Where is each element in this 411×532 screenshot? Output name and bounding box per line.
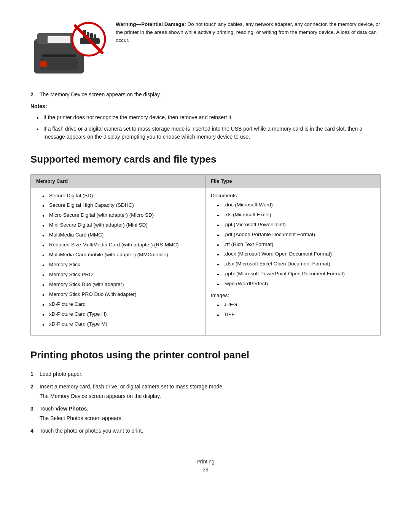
notes-title: Notes: — [30, 102, 381, 110]
step-2-text: The Memory Device screen appears on the … — [40, 91, 161, 99]
col1-header: Memory Card — [31, 175, 206, 188]
memory-card-8: Memory Stick PRO — [42, 271, 200, 279]
file-type-0: .doc (Microsoft Word) — [217, 201, 375, 209]
page-footer: Printing 39 — [30, 458, 381, 474]
notes-section: Notes: If the printer does not recognize… — [30, 102, 381, 141]
table-body: Secure Digital (SD) Secure Digital High … — [31, 188, 380, 335]
section1-heading: Supported memory cards and file types — [30, 152, 381, 167]
documents-label: Documents: — [211, 192, 375, 200]
images-label: Images: — [211, 292, 375, 299]
memory-card-9: Memory Stick Duo (with adapter) — [42, 281, 200, 289]
footer-label: Printing — [30, 458, 381, 466]
memory-cards-list: Secure Digital (SD) Secure Digital High … — [36, 192, 200, 328]
print-step-2-text: Insert a memory card, flash drive, or di… — [40, 383, 224, 391]
print-step-number-3: 3 — [30, 405, 37, 413]
memory-cards-col: Secure Digital (SD) Secure Digital High … — [31, 188, 206, 335]
file-type-8: .wpd (WordPerfect) — [217, 280, 375, 288]
image-type-0: JPEG — [217, 301, 375, 309]
warning-image — [30, 19, 107, 80]
note-item-2: If a flash drive or a digital camera set… — [37, 125, 381, 141]
table-header: Memory Card File Type — [31, 175, 380, 188]
image-types-list: JPEG TIFF — [211, 301, 375, 319]
printer-no-touch-illustration — [30, 20, 107, 79]
page-number: 39 — [30, 466, 381, 474]
print-step-3: 3 Touch View Photos. — [30, 405, 381, 413]
memory-card-12: xD-Picture Card (Type H) — [42, 310, 200, 318]
file-type-6: .xlsx (Microsoft Excel Open Document For… — [217, 260, 375, 268]
file-types-list: .doc (Microsoft Word) .xls (Microsoft Ex… — [211, 201, 375, 288]
memory-card-13: xD-Picture Card (Type M) — [42, 320, 200, 328]
file-type-7: .pptx (Microsoft PowerPoint Open Documen… — [217, 270, 375, 278]
file-type-5: .docx (Microsoft Word Open Document Form… — [217, 250, 375, 258]
memory-card-10: Memory Stick PRO Duo (with adapter) — [42, 291, 200, 299]
step-number-2: 2 — [30, 91, 37, 99]
col2-header: File Type — [206, 175, 380, 188]
memory-card-7: Memory Stick — [42, 261, 200, 269]
image-type-1: TIFF — [217, 311, 375, 319]
section2-heading: Printing photos using the printer contro… — [30, 348, 381, 363]
svg-rect-5 — [48, 36, 70, 43]
note-item-1: If the printer does not recognize the me… — [37, 113, 381, 122]
notes-list: If the printer does not recognize the me… — [30, 113, 381, 141]
warning-section: Warning—Potential Damage: Do not touch a… — [30, 19, 381, 80]
print-step-number-2: 2 — [30, 383, 37, 391]
print-step-4: 4 Touch the photo or photos you want to … — [30, 427, 381, 435]
svg-rect-4 — [40, 61, 47, 67]
print-step-number-1: 1 — [30, 370, 37, 378]
file-type-1: .xls (Microsoft Excel) — [217, 211, 375, 219]
memory-card-1: Secure Digital High Capacity (SDHC) — [42, 201, 200, 209]
print-step-1-text: Load photo paper. — [40, 370, 83, 378]
print-step-4-text: Touch the photo or photos you want to pr… — [40, 427, 143, 435]
memory-card-4: MultiMedia Card (MMC) — [42, 231, 200, 239]
warning-text: Warning—Potential Damage: Do not touch a… — [116, 19, 381, 80]
warning-bold: Warning—Potential Damage: — [116, 21, 186, 27]
print-step-3-text: Touch View Photos. — [40, 405, 88, 413]
file-type-3: .pdf (Adobe Portable Document Format) — [217, 231, 375, 239]
memory-cards-table: Memory Card File Type Secure Digital (SD… — [30, 174, 381, 335]
file-type-4: .rtf (Rich Text Format) — [217, 241, 375, 249]
memory-card-5: Reduced Size MultiMedia Card (with adapt… — [42, 241, 200, 249]
memory-card-6: MultiMedia Card mobile (with adapter) (M… — [42, 251, 200, 259]
memory-card-11: xD-Picture Card — [42, 300, 200, 308]
print-step-2: 2 Insert a memory card, flash drive, or … — [30, 383, 381, 391]
file-type-2: .ppt (Microsoft PowerPoint) — [217, 221, 375, 229]
print-step-number-4: 4 — [30, 427, 37, 435]
memory-card-3: Mini Secure Digital (with adapter) (Mini… — [42, 221, 200, 229]
memory-card-2: Micro Secure Digital (with adapter) (Mic… — [42, 211, 200, 219]
svg-rect-2 — [42, 54, 76, 57]
file-types-col: Documents: .doc (Microsoft Word) .xls (M… — [206, 188, 380, 335]
step-2-memory: 2 The Memory Device screen appears on th… — [30, 91, 381, 99]
memory-card-0: Secure Digital (SD) — [42, 192, 200, 200]
print-step-3-sub: The Select Photos screen appears. — [30, 414, 381, 422]
print-step-1: 1 Load photo paper. — [30, 370, 381, 378]
print-step-2-sub: The Memory Device screen appears on the … — [30, 392, 381, 400]
